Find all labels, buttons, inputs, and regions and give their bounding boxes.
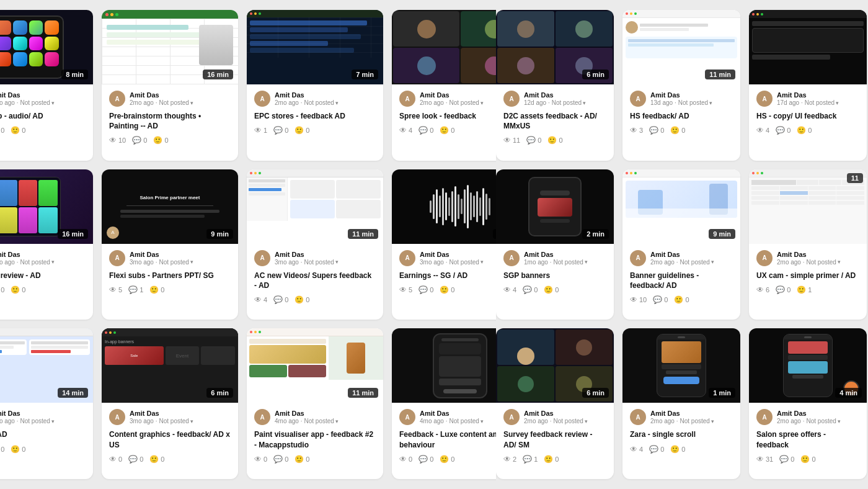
meta-time: 2mo ago · Not posted ▾ xyxy=(130,99,193,106)
card-r5[interactable]: 9 min A Amit Das 2mo ago · Not posted ▾ … xyxy=(622,169,740,320)
avatar: A xyxy=(254,409,270,425)
author-name: Amit Das xyxy=(0,251,55,258)
card-r3[interactable]: A Amit Das 17d ago · Not posted ▾ HS - c… xyxy=(749,10,867,161)
card-c3[interactable]: 7 min A Amit Das 2mo ago · Not posted ▾ … xyxy=(247,10,383,161)
author-name: Amit Das xyxy=(777,91,839,99)
card-c5[interactable]: 16 min A Amit Das 3mo ago · Not posted ▾… xyxy=(0,169,93,320)
reactions-stat: 🙂 0 xyxy=(11,285,25,294)
comments-stat: 💬 0 xyxy=(776,126,790,135)
meta-time: 2mo ago · Not posted ▾ xyxy=(777,418,841,424)
card-title: Banner guidelines - feedback/ AD xyxy=(630,271,733,290)
duration-badge: 16 min xyxy=(203,70,233,79)
views-stat: 👁 2 xyxy=(503,455,516,464)
reactions-stat: 🙂 0 xyxy=(440,455,454,464)
card-r1[interactable]: 6 min A Amit Das 12d ago · Not posted ▾ … xyxy=(496,10,614,161)
card-r8[interactable]: 1 min A Amit Das 2mo ago · Not posted ▾ … xyxy=(622,328,740,479)
views-stat: 👁 0 xyxy=(109,455,122,464)
card-r4[interactable]: 2 min A Amit Das 1mo ago · Not posted ▾ … xyxy=(496,169,614,320)
card-title: SGP banners xyxy=(503,271,606,280)
author-name: Amit Das xyxy=(420,251,484,258)
meta-time: 2mo ago · Not posted ▾ xyxy=(777,259,841,266)
card-r6[interactable]: 11 A Amit Das 2mo ago · Not posted ▾ UX … xyxy=(749,169,867,320)
avatar: A xyxy=(399,409,415,425)
reactions-stat: 🙂 0 xyxy=(670,445,685,454)
card-c8[interactable]: 10 min A Amit Das 3mo ago · Not posted ▾… xyxy=(392,169,496,320)
card-c6[interactable]: Salon Prime partner meet A 9 min xyxy=(102,169,238,320)
avatar: A xyxy=(756,409,773,425)
meta-time: 3mo ago · Not posted ▾ xyxy=(275,259,339,266)
views-stat: 👁 0 xyxy=(254,455,267,464)
card-title: Feedback - Luxe content amd cart behavio… xyxy=(399,429,496,449)
comments-stat: 💬 0 xyxy=(653,295,668,304)
avatar: A xyxy=(399,250,415,266)
card-r9[interactable]: 4 min A Amit Das 2mo ago · Not posted ▾ … xyxy=(749,328,867,479)
reactions-stat: 🙂 0 xyxy=(547,136,562,145)
avatar: A xyxy=(756,250,773,266)
card-title: AC new Videos/ Supers feedback - AD xyxy=(254,271,376,290)
meta-time: 13d ago · Not posted ▾ xyxy=(650,99,712,106)
duration-badge: 2 min xyxy=(582,229,609,239)
comments-stat: 💬 0 xyxy=(0,445,4,454)
card-title: HS - copy/ UI feedback xyxy=(756,111,859,121)
avatar: A xyxy=(630,409,646,425)
reactions-stat: 🙂 0 xyxy=(149,285,164,294)
card-r2[interactable]: 11 min A Amit Das 13d ago · Not posted ▾… xyxy=(622,10,740,161)
author-name: Amit Das xyxy=(275,91,339,99)
reactions-stat: 🙂 0 xyxy=(544,455,559,464)
meta-time: 2mo ago · Not posted ▾ xyxy=(650,418,714,424)
meta-time: 2mo ago · Not posted ▾ xyxy=(650,259,714,266)
card-c4[interactable]: 3 min A Amit Das 2mo ago · Not posted ▾ … xyxy=(392,10,496,161)
duration-badge: 6 min xyxy=(206,388,233,398)
views-stat: 👁 4 xyxy=(503,285,516,294)
reactions-stat: 🙂 0 xyxy=(294,126,309,135)
avatar: A xyxy=(109,409,125,425)
card-title: EPC stores - feedback AD xyxy=(254,111,376,121)
reactions-stat: 🙂 0 xyxy=(674,295,689,304)
comments-stat: 💬 0 xyxy=(779,455,794,464)
card-c10[interactable]: In-app banners Sale Event 6 min xyxy=(102,328,238,479)
avatar: A xyxy=(630,91,646,107)
avatar: A xyxy=(503,91,520,107)
duration-badge: 11 min xyxy=(348,229,378,239)
reactions-stat: 🙂 0 xyxy=(11,126,25,135)
card-c2[interactable]: 16 min A Amit Das 2mo ago · Not posted ▾… xyxy=(102,10,238,161)
reactions-stat: 🙂 0 xyxy=(294,295,309,304)
duration-badge: 11 min xyxy=(348,388,378,398)
comments-stat: 💬 0 xyxy=(0,126,4,135)
author-name: Amit Das xyxy=(777,251,841,258)
card-c1[interactable]: 8 min A Amit Das 2mo ago · Not posted ▾ … xyxy=(0,10,93,161)
duration-badge: 11 min xyxy=(705,70,735,79)
author-name: Amit Das xyxy=(275,410,339,417)
author-name: Amit Das xyxy=(130,410,193,417)
reactions-stat: 🙂 0 xyxy=(440,285,454,294)
reactions-stat: 🙂 1 xyxy=(797,285,812,294)
reactions-stat: 🙂 0 xyxy=(149,455,164,464)
comments-stat: 💬 0 xyxy=(132,136,147,145)
card-c11[interactable]: 11 min A Amit Das 4mo ago · Not posted ▾… xyxy=(247,328,383,479)
duration-badge: 1 min xyxy=(709,388,735,398)
card-c7[interactable]: 11 min A Amit Das 3mo ago · Not posted ▾… xyxy=(247,169,383,320)
author-name: Amit Das xyxy=(130,251,193,258)
meta-time: 4mo ago · Not posted ▾ xyxy=(420,418,484,424)
author-name: Amit Das xyxy=(650,410,714,417)
avatar: A xyxy=(254,91,270,107)
avatar: A xyxy=(756,91,773,107)
comments-stat: 💬 0 xyxy=(273,295,288,304)
meta-time: 12d ago · Not posted ▾ xyxy=(524,99,586,106)
views-stat: 👁 1 xyxy=(254,126,267,135)
author-name: Amit Das xyxy=(0,410,55,417)
views-stat: 👁 11 xyxy=(503,136,520,145)
avatar: A xyxy=(630,250,646,266)
views-stat: 👁 3 xyxy=(630,126,643,135)
views-stat: 👁 10 xyxy=(630,295,647,304)
card-c12[interactable]: 4 min A Amit Das 4mo ago · Not posted ▾ … xyxy=(392,328,496,479)
comments-stat: 💬 0 xyxy=(526,136,541,145)
card-r7[interactable]: 6 min A Amit Das 2mo ago · Not posted ▾ … xyxy=(496,328,614,479)
avatar: A xyxy=(399,91,415,107)
reactions-stat: 🙂 0 xyxy=(11,445,25,454)
meta-time: 17d ago · Not posted ▾ xyxy=(777,99,839,106)
duration-badge: 4 min xyxy=(835,388,862,398)
comments-stat: 💬 0 xyxy=(128,455,143,464)
card-c9[interactable]: 14 min A Amit Das 3mo ago · Not posted ▾… xyxy=(0,328,93,479)
meta-time: 3mo ago · Not posted ▾ xyxy=(130,418,193,424)
